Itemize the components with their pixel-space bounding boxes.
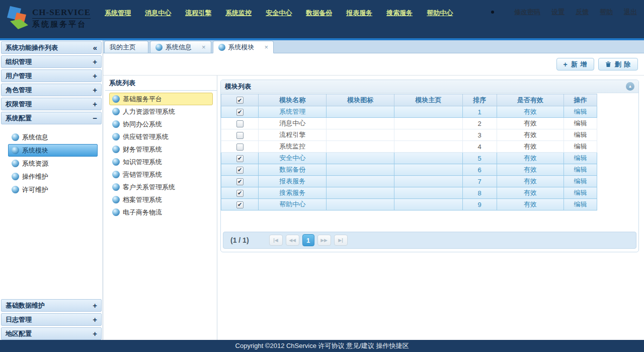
expand-icon[interactable]: + bbox=[93, 329, 97, 338]
settings-link[interactable]: 设置 bbox=[551, 8, 565, 17]
cell-valid: 有效 bbox=[497, 106, 564, 118]
edit-link[interactable]: 编辑 bbox=[574, 154, 587, 162]
nav-item-report-service[interactable]: 报表服务 bbox=[346, 9, 372, 18]
sidebar-group-permission[interactable]: 权限管理 + bbox=[1, 98, 102, 110]
sphere-icon bbox=[12, 173, 19, 180]
sidebar-collapse-icon[interactable]: « bbox=[93, 43, 97, 52]
sphere-icon bbox=[112, 146, 120, 153]
sidebar-group-user[interactable]: 用户管理 + bbox=[1, 69, 102, 82]
system-item-crm[interactable]: 客户关系管理系统 bbox=[109, 181, 213, 193]
cell-name: 系统监控 bbox=[259, 141, 327, 153]
main-area: 我的主页 系统信息 × 系统模块 × + 新 增 删 除 bbox=[103, 40, 644, 340]
app-logo: CH-SERVICE 系统服务平台 bbox=[0, 0, 91, 31]
nav-item-message-center[interactable]: 消息中心 bbox=[145, 9, 171, 18]
edit-link[interactable]: 编辑 bbox=[574, 143, 587, 150]
next-page-button[interactable]: ▶▶ bbox=[317, 235, 331, 246]
table-row: 帮助中心 9 有效 编辑 bbox=[221, 199, 597, 210]
sidebar-group-log[interactable]: 日志管理 + bbox=[1, 313, 102, 326]
system-item-ecommerce[interactable]: 电子商务物流 bbox=[109, 206, 213, 219]
copyright-text: Copyright ©2012 ChService 许可协议 意见/建议 操作快… bbox=[235, 341, 409, 350]
row-checkbox[interactable] bbox=[236, 167, 244, 174]
tab-home[interactable]: 我的主页 bbox=[104, 41, 148, 53]
logout-link[interactable]: 退出 bbox=[624, 8, 637, 17]
expand-icon[interactable]: + bbox=[93, 100, 97, 108]
system-item-knowledge[interactable]: 知识管理系统 bbox=[109, 156, 213, 168]
nav-item-system-monitor[interactable]: 系统监控 bbox=[225, 9, 252, 18]
row-checkbox[interactable] bbox=[236, 120, 244, 127]
table-row: 报表服务 7 有效 编辑 bbox=[221, 176, 597, 187]
system-item-scm[interactable]: 供应链管理系统 bbox=[109, 130, 213, 143]
row-checkbox[interactable] bbox=[236, 190, 244, 197]
logo-icon bbox=[6, 5, 30, 31]
table-row: 搜索服务 8 有效 编辑 bbox=[221, 187, 597, 199]
tab-system-info[interactable]: 系统信息 × bbox=[150, 41, 211, 53]
cell-home bbox=[394, 129, 462, 141]
edit-link[interactable]: 编辑 bbox=[574, 108, 587, 115]
sidebar-item-system-module[interactable]: 系统模块 bbox=[8, 144, 98, 157]
sphere-icon bbox=[12, 147, 19, 154]
cell-order: 3 bbox=[462, 129, 497, 141]
collapse-group-icon[interactable]: − bbox=[93, 114, 97, 122]
sidebar-group-system-config[interactable]: 系统配置 − bbox=[1, 112, 102, 124]
expand-icon[interactable]: + bbox=[93, 72, 97, 80]
tab-system-module[interactable]: 系统模块 × bbox=[213, 41, 274, 53]
panel-collapse-icon[interactable]: ▲ bbox=[626, 82, 634, 91]
nav-item-process-engine[interactable]: 流程引擎 bbox=[185, 9, 211, 18]
table-header-row: 模块名称 模块图标 模块主页 排序 是否有效 操作 bbox=[221, 94, 597, 106]
system-item-archive[interactable]: 档案管理系统 bbox=[109, 193, 213, 206]
cell-home bbox=[394, 199, 462, 210]
system-item-oa[interactable]: 协同办公系统 bbox=[109, 118, 213, 130]
expand-icon[interactable]: + bbox=[93, 86, 97, 94]
sidebar-item-license-maintain[interactable]: 许可维护 bbox=[8, 183, 98, 196]
tab-close-icon[interactable]: × bbox=[265, 44, 269, 50]
sidebar-item-operation-maintain[interactable]: 操作维护 bbox=[8, 170, 98, 183]
system-item-hr[interactable]: 人力资源管理系统 bbox=[109, 105, 213, 118]
row-checkbox[interactable] bbox=[236, 132, 244, 139]
first-page-button[interactable]: |◀ bbox=[269, 235, 283, 246]
row-checkbox[interactable] bbox=[236, 155, 244, 162]
edit-link[interactable]: 编辑 bbox=[574, 177, 587, 185]
sidebar-group-region[interactable]: 地区配置 + bbox=[1, 327, 102, 340]
feedback-link[interactable]: 反馈 bbox=[576, 8, 589, 17]
row-checkbox[interactable] bbox=[236, 178, 244, 185]
edit-link[interactable]: 编辑 bbox=[574, 189, 587, 196]
row-checkbox[interactable] bbox=[236, 201, 244, 208]
sidebar-group-org[interactable]: 组织管理 + bbox=[1, 55, 102, 68]
change-password-link[interactable]: 修改密码 bbox=[514, 8, 540, 17]
plus-icon: + bbox=[564, 60, 568, 68]
edit-link[interactable]: 编辑 bbox=[574, 119, 587, 127]
page-indicator: (1 / 1) bbox=[230, 236, 249, 244]
delete-button[interactable]: 删 除 bbox=[598, 58, 638, 71]
edit-link[interactable]: 编辑 bbox=[574, 200, 587, 208]
system-item-base-platform[interactable]: 基础服务平台 bbox=[109, 93, 213, 105]
expand-icon[interactable]: + bbox=[93, 57, 97, 66]
add-button[interactable]: + 新 增 bbox=[556, 58, 595, 71]
tab-close-icon[interactable]: × bbox=[202, 44, 206, 50]
prev-page-button[interactable]: ◀◀ bbox=[286, 235, 299, 246]
help-link[interactable]: 帮助 bbox=[600, 8, 613, 17]
nav-item-data-backup[interactable]: 数据备份 bbox=[306, 9, 332, 18]
cell-name: 系统管理 bbox=[259, 106, 327, 118]
expand-icon[interactable]: + bbox=[93, 301, 97, 310]
system-item-finance[interactable]: 财务管理系统 bbox=[109, 143, 213, 156]
nav-item-help-center[interactable]: 帮助中心 bbox=[427, 9, 453, 18]
edit-link[interactable]: 编辑 bbox=[574, 131, 587, 138]
last-page-button[interactable]: ▶| bbox=[334, 235, 348, 246]
sidebar-group-base-data[interactable]: 基础数据维护 + bbox=[1, 299, 102, 312]
sidebar-header[interactable]: 系统功能操作列表 « bbox=[1, 41, 102, 54]
nav-item-system-admin[interactable]: 系统管理 bbox=[105, 9, 131, 18]
sidebar-item-system-resource[interactable]: 系统资源 bbox=[8, 157, 98, 170]
sidebar-group-role[interactable]: 角色管理 + bbox=[1, 84, 102, 96]
current-page-button[interactable]: 1 bbox=[302, 234, 314, 246]
nav-item-security-center[interactable]: 安全中心 bbox=[266, 9, 292, 18]
cell-order: 1 bbox=[462, 106, 497, 118]
column-header-action: 操作 bbox=[564, 94, 597, 106]
row-checkbox[interactable] bbox=[236, 144, 244, 151]
sidebar-item-system-info[interactable]: 系统信息 bbox=[8, 131, 98, 144]
row-checkbox[interactable] bbox=[236, 109, 244, 116]
system-item-marketing[interactable]: 营销管理系统 bbox=[109, 168, 213, 181]
select-all-checkbox[interactable] bbox=[236, 97, 244, 104]
expand-icon[interactable]: + bbox=[93, 315, 97, 324]
nav-item-search-service[interactable]: 搜索服务 bbox=[386, 9, 413, 18]
edit-link[interactable]: 编辑 bbox=[574, 166, 587, 173]
